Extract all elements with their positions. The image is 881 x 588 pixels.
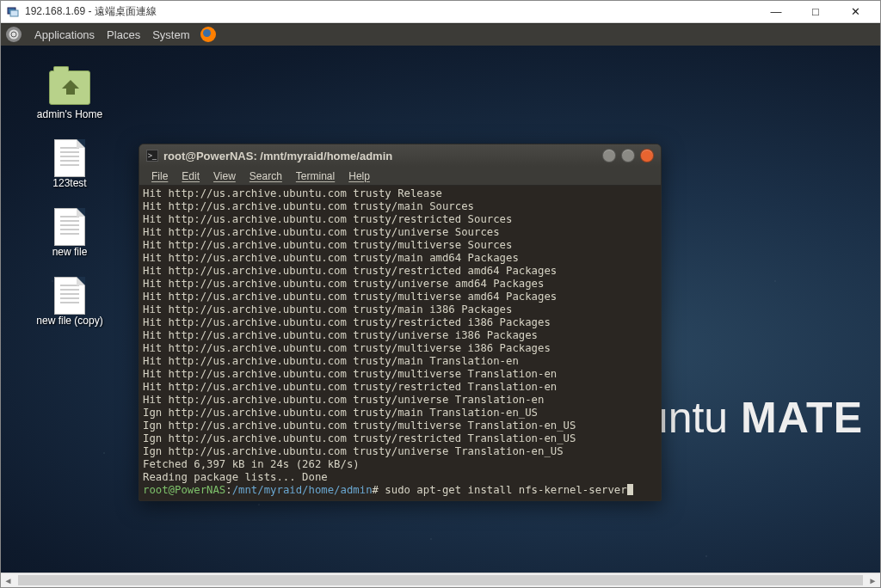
terminal-menu-terminal[interactable]: Terminal [289,170,342,182]
terminal-menu-file[interactable]: File [145,170,175,182]
firefox-launcher-icon[interactable] [200,27,216,42]
host-title: 192.168.1.69 - 遠端桌面連線 [25,4,157,19]
panel-menu-applications[interactable]: Applications [28,28,101,41]
desktop-icons: admin's Home 123test new file new file (… [27,70,121,346]
svg-point-2 [9,30,19,40]
host-minimize-button[interactable]: — [756,1,796,22]
terminal-close-button[interactable] [640,149,654,162]
terminal-maximize-button[interactable] [621,149,635,162]
desktop-icon-file[interactable]: 123test [27,139,113,189]
terminal-menubar[interactable]: File Edit View Search Terminal Help [139,167,661,186]
remote-desktop[interactable]: Applications Places System admin's Home … [1,23,880,573]
desktop-icon-file[interactable]: new file [27,208,113,258]
document-icon [54,208,85,246]
mate-logo-icon[interactable] [6,27,22,42]
document-icon [54,277,85,315]
host-window: 192.168.1.69 - 遠端桌面連線 — □ ✕ Applications… [0,0,881,588]
host-close-button[interactable]: ✕ [835,1,875,22]
terminal-menu-search[interactable]: Search [243,170,289,182]
brand-text-mate: MATE [728,394,863,442]
desktop-icon-home[interactable]: admin's Home [27,70,113,120]
icon-label: admin's Home [27,108,113,120]
desktop-icon-file[interactable]: new file (copy) [27,277,113,327]
panel-menu-system[interactable]: System [146,28,195,41]
scroll-right-button[interactable]: ► [866,573,880,588]
mate-top-panel[interactable]: Applications Places System [1,23,880,46]
terminal-icon: >_ [146,150,158,162]
host-horizontal-scrollbar[interactable]: ◄ ► [1,573,880,587]
host-titlebar[interactable]: 192.168.1.69 - 遠端桌面連線 — □ ✕ [1,1,880,23]
rdc-icon [6,5,20,19]
terminal-minimize-button[interactable] [602,149,616,162]
scroll-thumb[interactable] [18,575,863,585]
terminal-titlebar[interactable]: >_ root@PowerNAS: /mnt/myraid/home/admin [139,144,661,167]
terminal-menu-view[interactable]: View [206,170,243,182]
svg-rect-1 [10,10,18,16]
document-icon [54,139,85,177]
panel-menu-places[interactable]: Places [101,28,146,41]
host-maximize-button[interactable]: □ [796,1,835,22]
terminal-output[interactable]: Hit http://us.archive.ubuntu.com trusty … [139,186,661,500]
terminal-menu-help[interactable]: Help [342,170,377,182]
icon-label: new file (copy) [27,315,113,327]
terminal-menu-edit[interactable]: Edit [175,170,206,182]
icon-label: new file [27,246,113,258]
icon-label: 123test [27,177,113,189]
terminal-window[interactable]: >_ root@PowerNAS: /mnt/myraid/home/admin… [139,144,662,501]
scroll-left-button[interactable]: ◄ [1,573,15,588]
folder-icon [49,70,90,105]
terminal-title: root@PowerNAS: /mnt/myraid/home/admin [163,150,392,162]
